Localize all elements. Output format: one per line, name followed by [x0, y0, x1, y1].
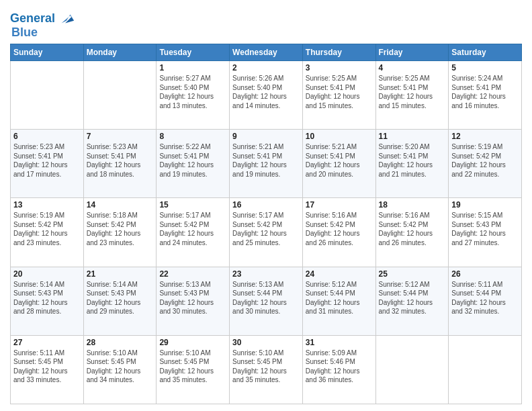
day-number: 23: [232, 269, 300, 279]
day-info: Sunrise: 5:27 AM Sunset: 5:40 PM Dayligh…: [159, 74, 226, 110]
day-number: 15: [159, 200, 226, 210]
day-number: 31: [306, 338, 373, 347]
calendar-cell: 8Sunrise: 5:22 AM Sunset: 5:41 PM Daylig…: [157, 130, 230, 198]
day-info: Sunrise: 5:15 AM Sunset: 5:43 PM Dayligh…: [451, 211, 519, 247]
day-info: Sunrise: 5:17 AM Sunset: 5:42 PM Dayligh…: [232, 211, 300, 247]
day-of-week-header: Tuesday: [157, 44, 230, 61]
calendar-cell: 20Sunrise: 5:14 AM Sunset: 5:43 PM Dayli…: [11, 267, 84, 335]
day-number: 11: [379, 132, 446, 141]
day-info: Sunrise: 5:21 AM Sunset: 5:41 PM Dayligh…: [306, 142, 373, 179]
day-info: Sunrise: 5:18 AM Sunset: 5:42 PM Dayligh…: [87, 211, 154, 247]
calendar-cell: 28Sunrise: 5:10 AM Sunset: 5:45 PM Dayli…: [83, 335, 157, 404]
calendar-cell: 25Sunrise: 5:12 AM Sunset: 5:44 PM Dayli…: [375, 267, 449, 335]
calendar-cell: 30Sunrise: 5:10 AM Sunset: 5:45 PM Dayli…: [230, 335, 303, 404]
calendar-cell: 21Sunrise: 5:14 AM Sunset: 5:43 PM Dayli…: [83, 267, 157, 335]
day-number: 27: [13, 338, 81, 347]
calendar-cell: 19Sunrise: 5:15 AM Sunset: 5:43 PM Dayli…: [449, 198, 522, 267]
calendar-week-row: 1Sunrise: 5:27 AM Sunset: 5:40 PM Daylig…: [11, 61, 522, 130]
calendar-week-row: 27Sunrise: 5:11 AM Sunset: 5:45 PM Dayli…: [11, 335, 522, 404]
calendar-cell: 26Sunrise: 5:11 AM Sunset: 5:44 PM Dayli…: [449, 267, 522, 335]
day-info: Sunrise: 5:12 AM Sunset: 5:44 PM Dayligh…: [379, 280, 446, 316]
calendar-week-row: 20Sunrise: 5:14 AM Sunset: 5:43 PM Dayli…: [11, 267, 522, 335]
calendar-cell: [11, 61, 84, 130]
day-info: Sunrise: 5:14 AM Sunset: 5:43 PM Dayligh…: [13, 280, 81, 316]
day-number: 12: [451, 132, 519, 141]
day-of-week-header: Thursday: [302, 44, 375, 61]
day-info: Sunrise: 5:22 AM Sunset: 5:41 PM Dayligh…: [159, 142, 226, 179]
calendar-cell: [449, 335, 522, 404]
day-number: 29: [159, 338, 226, 347]
day-info: Sunrise: 5:26 AM Sunset: 5:40 PM Dayligh…: [232, 74, 300, 110]
calendar-cell: 1Sunrise: 5:27 AM Sunset: 5:40 PM Daylig…: [157, 61, 230, 130]
day-number: 16: [232, 200, 300, 210]
calendar-cell: 2Sunrise: 5:26 AM Sunset: 5:40 PM Daylig…: [230, 61, 303, 130]
calendar-table: SundayMondayTuesdayWednesdayThursdayFrid…: [10, 44, 522, 404]
day-number: 21: [87, 269, 154, 279]
calendar-cell: [375, 335, 449, 404]
calendar-cell: 7Sunrise: 5:23 AM Sunset: 5:41 PM Daylig…: [83, 130, 157, 198]
day-info: Sunrise: 5:20 AM Sunset: 5:41 PM Dayligh…: [379, 142, 446, 179]
day-info: Sunrise: 5:16 AM Sunset: 5:42 PM Dayligh…: [306, 211, 373, 247]
day-number: 13: [13, 200, 81, 210]
day-info: Sunrise: 5:23 AM Sunset: 5:41 PM Dayligh…: [13, 142, 81, 179]
day-info: Sunrise: 5:12 AM Sunset: 5:44 PM Dayligh…: [306, 280, 373, 316]
day-info: Sunrise: 5:10 AM Sunset: 5:45 PM Dayligh…: [87, 349, 154, 385]
calendar-cell: 17Sunrise: 5:16 AM Sunset: 5:42 PM Dayli…: [302, 198, 375, 267]
calendar-cell: 13Sunrise: 5:19 AM Sunset: 5:42 PM Dayli…: [11, 198, 84, 267]
day-number: 30: [232, 338, 300, 347]
day-number: 18: [379, 200, 446, 210]
day-number: 26: [451, 269, 519, 279]
calendar-cell: 3Sunrise: 5:25 AM Sunset: 5:41 PM Daylig…: [302, 61, 375, 130]
day-info: Sunrise: 5:19 AM Sunset: 5:42 PM Dayligh…: [13, 211, 81, 247]
calendar-cell: 23Sunrise: 5:13 AM Sunset: 5:44 PM Dayli…: [230, 267, 303, 335]
calendar-cell: 15Sunrise: 5:17 AM Sunset: 5:42 PM Dayli…: [157, 198, 230, 267]
day-number: 9: [232, 132, 300, 141]
calendar-cell: 31Sunrise: 5:09 AM Sunset: 5:46 PM Dayli…: [302, 335, 375, 404]
day-of-week-header: Sunday: [11, 44, 84, 61]
day-number: 22: [159, 269, 226, 279]
day-info: Sunrise: 5:10 AM Sunset: 5:45 PM Dayligh…: [159, 349, 226, 385]
calendar-header-row: SundayMondayTuesdayWednesdayThursdayFrid…: [11, 44, 522, 61]
calendar-cell: 16Sunrise: 5:17 AM Sunset: 5:42 PM Dayli…: [230, 198, 303, 267]
day-info: Sunrise: 5:13 AM Sunset: 5:44 PM Dayligh…: [232, 280, 300, 316]
day-info: Sunrise: 5:17 AM Sunset: 5:42 PM Dayligh…: [159, 211, 226, 247]
logo-icon: [56, 9, 75, 28]
day-info: Sunrise: 5:24 AM Sunset: 5:41 PM Dayligh…: [451, 74, 519, 110]
day-number: 28: [87, 338, 154, 347]
calendar-cell: 11Sunrise: 5:20 AM Sunset: 5:41 PM Dayli…: [375, 130, 449, 198]
day-info: Sunrise: 5:14 AM Sunset: 5:43 PM Dayligh…: [87, 280, 154, 316]
day-number: 4: [379, 63, 446, 73]
calendar-week-row: 13Sunrise: 5:19 AM Sunset: 5:42 PM Dayli…: [11, 198, 522, 267]
day-info: Sunrise: 5:19 AM Sunset: 5:42 PM Dayligh…: [451, 142, 519, 179]
day-info: Sunrise: 5:11 AM Sunset: 5:45 PM Dayligh…: [13, 349, 81, 385]
day-of-week-header: Monday: [83, 44, 157, 61]
day-number: 8: [159, 132, 226, 141]
day-number: 5: [451, 63, 519, 73]
day-info: Sunrise: 5:21 AM Sunset: 5:41 PM Dayligh…: [232, 142, 300, 179]
header: General Blue: [10, 7, 522, 40]
day-number: 17: [306, 200, 373, 210]
logo-text: General: [10, 12, 55, 26]
day-number: 3: [306, 63, 373, 73]
day-number: 1: [159, 63, 226, 73]
calendar-cell: 22Sunrise: 5:13 AM Sunset: 5:43 PM Dayli…: [157, 267, 230, 335]
day-info: Sunrise: 5:13 AM Sunset: 5:43 PM Dayligh…: [159, 280, 226, 316]
calendar-cell: 9Sunrise: 5:21 AM Sunset: 5:41 PM Daylig…: [230, 130, 303, 198]
page: General Blue SundayMondayTuesdayWednesda…: [0, 0, 532, 411]
calendar-cell: 14Sunrise: 5:18 AM Sunset: 5:42 PM Dayli…: [83, 198, 157, 267]
calendar-cell: 5Sunrise: 5:24 AM Sunset: 5:41 PM Daylig…: [449, 61, 522, 130]
day-number: 14: [87, 200, 154, 210]
calendar-cell: 18Sunrise: 5:16 AM Sunset: 5:42 PM Dayli…: [375, 198, 449, 267]
day-number: 25: [379, 269, 446, 279]
day-of-week-header: Friday: [375, 44, 449, 61]
calendar-cell: 24Sunrise: 5:12 AM Sunset: 5:44 PM Dayli…: [302, 267, 375, 335]
calendar-cell: 4Sunrise: 5:25 AM Sunset: 5:41 PM Daylig…: [375, 61, 449, 130]
calendar-cell: 12Sunrise: 5:19 AM Sunset: 5:42 PM Dayli…: [449, 130, 522, 198]
day-number: 2: [232, 63, 300, 73]
calendar-cell: [83, 61, 157, 130]
day-info: Sunrise: 5:09 AM Sunset: 5:46 PM Dayligh…: [306, 349, 373, 385]
day-info: Sunrise: 5:25 AM Sunset: 5:41 PM Dayligh…: [379, 74, 446, 110]
day-number: 20: [13, 269, 81, 279]
logo: General Blue: [10, 9, 75, 40]
day-info: Sunrise: 5:23 AM Sunset: 5:41 PM Dayligh…: [87, 142, 154, 179]
